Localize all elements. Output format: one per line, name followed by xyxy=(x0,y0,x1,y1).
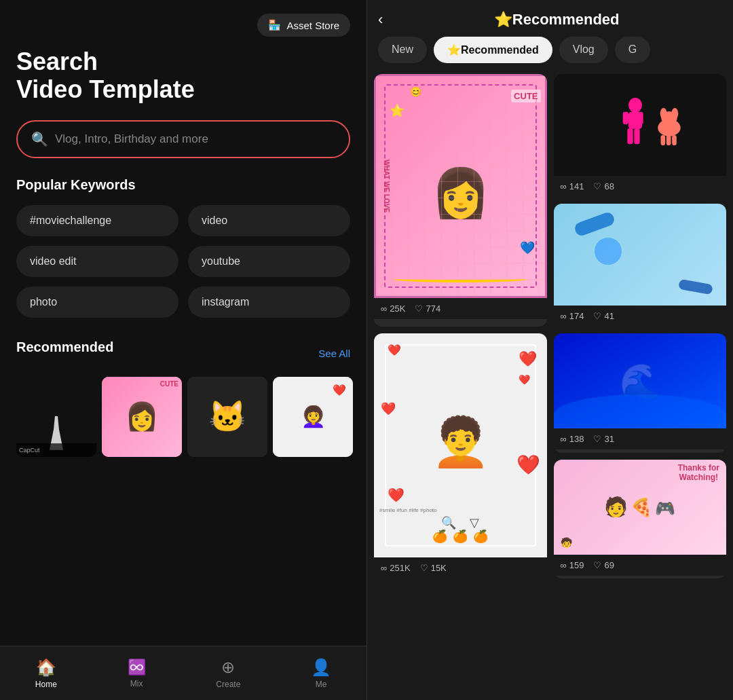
likes-stat-wave: ♡ 31 xyxy=(593,434,614,444)
svg-point-0 xyxy=(628,98,642,113)
heart-icon-blue: ♡ xyxy=(593,311,601,321)
shares-stat-wave: ∞ 138 xyxy=(561,434,584,444)
svg-point-9 xyxy=(671,108,678,119)
likes-value-cartoon: 69 xyxy=(604,560,614,570)
right-panel: ‹ ⭐Recommended New ⭐Recommended Vlog G C… xyxy=(367,0,733,700)
shares-value-blue: 174 xyxy=(569,311,584,321)
template-card-pink-cute[interactable]: CUTE WHAT WE LOVE 👩 ⭐ 😊 💙 ∞ 25K xyxy=(374,74,547,327)
template-card-blue[interactable]: ∞ 174 ♡ 41 xyxy=(554,204,727,327)
left-panel: 🏪 Asset Store Search Video Template 🔍 Vl… xyxy=(0,0,366,700)
rec-thumb-1[interactable]: CapCut xyxy=(16,377,96,457)
template-card-hearts-girl[interactable]: ❤️ ❤️ ❤️ ❤️ ❤️ ❤️ 🔍 ▽ 🧑‍🦱 🍊 xyxy=(374,333,547,578)
nav-create[interactable]: ⊕ Create xyxy=(216,658,240,689)
nav-me[interactable]: 👤 Me xyxy=(311,658,331,689)
rec-thumb-4[interactable]: 👩‍🦱 ❤️ xyxy=(273,377,353,457)
likes-value: 774 xyxy=(426,303,440,314)
mix-icon: ♾️ xyxy=(128,659,146,676)
tabs-row: New ⭐Recommended Vlog G xyxy=(367,37,733,74)
create-icon: ⊕ xyxy=(221,658,235,677)
link-icon-dark: ∞ xyxy=(561,181,567,191)
heart-icon-wave: ♡ xyxy=(593,434,601,444)
template-card-cartoon[interactable]: Thanks forWatching! 🧑 🍕 🎮 🧒 ∞ 159 xyxy=(554,460,727,579)
keyword-chip-youtube[interactable]: youtube xyxy=(188,246,350,277)
svg-rect-10 xyxy=(660,135,665,145)
shares-stat-cartoon: ∞ 159 xyxy=(561,560,584,570)
tab-new[interactable]: New xyxy=(378,37,427,63)
link-icon-cartoon: ∞ xyxy=(561,560,567,570)
nav-mix[interactable]: ♾️ Mix xyxy=(128,659,146,688)
link-icon-blue: ∞ xyxy=(561,311,567,321)
heart-icon-hearts: ♡ xyxy=(420,563,428,573)
nav-me-label: Me xyxy=(316,680,327,689)
nav-mix-label: Mix xyxy=(130,679,143,688)
link-icon: ∞ xyxy=(381,303,387,314)
me-icon: 👤 xyxy=(311,658,331,677)
card-stats-blue: ∞ 174 ♡ 41 xyxy=(554,306,727,327)
tab-vlog[interactable]: Vlog xyxy=(559,37,608,63)
shares-stat-hearts: ∞ 251K xyxy=(381,563,411,573)
asset-store-button[interactable]: 🏪 Asset Store xyxy=(257,14,350,37)
shares-stat: ∞ 25K xyxy=(381,303,405,314)
svg-rect-2 xyxy=(622,112,628,124)
card-stats-wave: ∞ 138 ♡ 31 xyxy=(554,428,727,449)
shares-value-cartoon: 159 xyxy=(569,560,584,570)
svg-rect-12 xyxy=(672,135,677,145)
link-icon-wave: ∞ xyxy=(561,434,567,444)
svg-rect-4 xyxy=(627,128,633,144)
shares-stat-blue: ∞ 174 xyxy=(561,311,584,321)
link-icon-hearts: ∞ xyxy=(381,563,387,573)
recommended-header: Recommended See All xyxy=(16,339,350,367)
likes-stat-blue: ♡ 41 xyxy=(593,311,614,321)
shares-value-wave: 138 xyxy=(569,434,584,444)
tab-g[interactable]: G xyxy=(615,37,650,63)
likes-value-hearts: 15K xyxy=(431,563,447,573)
nav-create-label: Create xyxy=(216,680,240,689)
template-grid-scroll[interactable]: CUTE WHAT WE LOVE 👩 ⭐ 😊 💙 ∞ 25K xyxy=(367,74,733,700)
template-card-dark-anim[interactable]: ∞ 141 ♡ 68 xyxy=(554,74,727,197)
keyword-chip-instagram[interactable]: instagram xyxy=(188,287,350,318)
heart-icon-dark: ♡ xyxy=(593,181,601,191)
card-stats-hearts: ∞ 251K ♡ 15K xyxy=(374,557,547,578)
shares-stat-dark: ∞ 141 xyxy=(561,181,584,191)
svg-rect-5 xyxy=(634,128,639,144)
search-icon: 🔍 xyxy=(31,131,48,147)
keywords-grid: #moviechallenge video video edit youtube… xyxy=(16,205,350,318)
template-card-blue-wave[interactable]: 🌊 ∞ 138 ♡ 31 xyxy=(554,333,727,453)
keyword-chip-video[interactable]: video xyxy=(188,205,350,236)
asset-store-label: Asset Store xyxy=(286,20,339,31)
likes-value-wave: 31 xyxy=(604,434,614,444)
home-icon: 🏠 xyxy=(36,658,56,677)
popular-keywords-title: Popular Keywords xyxy=(16,177,350,193)
right-panel-title: ⭐Recommended xyxy=(391,11,722,29)
store-icon: 🏪 xyxy=(268,19,281,31)
see-all-button[interactable]: See All xyxy=(318,348,350,359)
recommended-thumbnails-row: CapCut 👩 CUTE 🐱 👩‍🦱 ❤️ xyxy=(16,377,350,457)
nav-home[interactable]: 🏠 Home xyxy=(35,658,57,689)
rec-thumb-2[interactable]: 👩 CUTE xyxy=(102,377,182,457)
back-button[interactable]: ‹ xyxy=(378,11,383,29)
template-grid: CUTE WHAT WE LOVE 👩 ⭐ 😊 💙 ∞ 25K xyxy=(374,74,726,578)
heart-icon: ♡ xyxy=(415,303,423,314)
card-stats-cartoon: ∞ 159 ♡ 69 xyxy=(554,555,727,576)
svg-rect-3 xyxy=(637,112,643,124)
shares-value: 25K xyxy=(390,303,405,314)
shares-value-hearts: 251K xyxy=(390,563,410,573)
right-header: ‹ ⭐Recommended xyxy=(367,0,733,37)
card-stats-dark: ∞ 141 ♡ 68 xyxy=(554,176,727,197)
search-placeholder: Vlog, Intro, Birthday and more xyxy=(55,132,208,146)
heart-icon-cartoon: ♡ xyxy=(593,560,601,570)
shares-value-dark: 141 xyxy=(569,181,584,191)
likes-value-dark: 68 xyxy=(604,181,614,191)
tab-recommended[interactable]: ⭐Recommended xyxy=(434,37,552,63)
search-bar[interactable]: 🔍 Vlog, Intro, Birthday and more xyxy=(16,120,350,158)
likes-stat-dark: ♡ 68 xyxy=(593,181,614,191)
keyword-chip-photo[interactable]: photo xyxy=(16,287,178,318)
keyword-chip-videoedit[interactable]: video edit xyxy=(16,246,178,277)
keyword-chip-moviechallenge[interactable]: #moviechallenge xyxy=(16,205,178,236)
recommended-section-title: Recommended xyxy=(16,339,113,355)
likes-stat-hearts: ♡ 15K xyxy=(420,563,447,573)
svg-point-8 xyxy=(660,108,666,119)
bottom-nav: 🏠 Home ♾️ Mix ⊕ Create 👤 Me xyxy=(0,646,366,700)
nav-home-label: Home xyxy=(35,680,57,689)
rec-thumb-3[interactable]: 🐱 xyxy=(187,377,267,457)
